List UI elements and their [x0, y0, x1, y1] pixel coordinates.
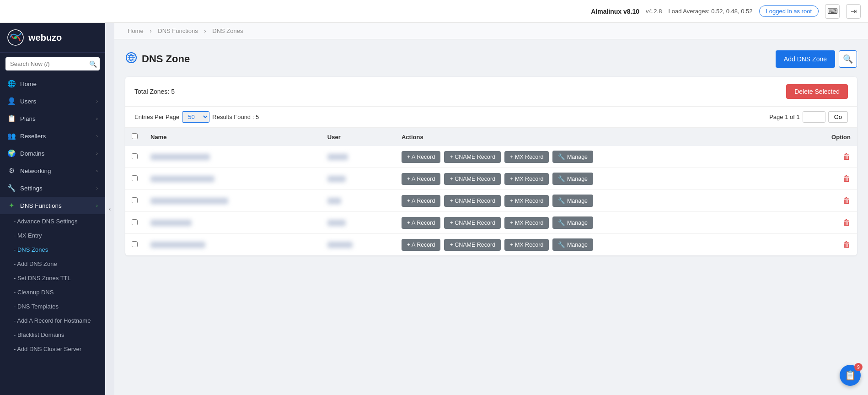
- delete-icon[interactable]: 🗑: [843, 174, 851, 183]
- delete-icon[interactable]: 🗑: [843, 196, 851, 205]
- search-input[interactable]: [5, 57, 100, 70]
- mx-record-button[interactable]: + MX Record: [504, 195, 549, 207]
- webuzo-logo-icon: [7, 29, 24, 46]
- row-checkbox[interactable]: [132, 219, 138, 225]
- subnav-add-dns-cluster[interactable]: - Add DNS Cluster Server: [0, 342, 105, 356]
- chevron-right-icon: ›: [96, 98, 98, 104]
- sidebar-logo: webuzo: [0, 23, 105, 53]
- sidebar-item-settings[interactable]: 🔧 Settings ›: [0, 179, 105, 197]
- domain-name: [150, 220, 192, 227]
- search-dns-button[interactable]: 🔍: [839, 50, 857, 68]
- a-record-button[interactable]: + A Record: [402, 151, 441, 163]
- manage-button[interactable]: 🔧 Manage: [552, 216, 593, 229]
- delete-selected-button[interactable]: Delete Selected: [786, 84, 848, 99]
- row-option-cell: 🗑: [794, 212, 857, 234]
- row-checkbox[interactable]: [132, 241, 138, 247]
- row-name-cell: [144, 212, 321, 234]
- topbar-load: Load Averages: 0.52, 0.48, 0.52: [668, 8, 752, 15]
- a-record-button[interactable]: + A Record: [402, 195, 441, 207]
- sidebar-collapse-button[interactable]: ‹: [105, 23, 114, 395]
- domains-icon: 🌍: [7, 149, 16, 157]
- sidebar-item-users[interactable]: 👤 Users ›: [0, 92, 105, 110]
- subnav-blacklist-domains[interactable]: - Blacklist Domains: [0, 328, 105, 342]
- manage-button[interactable]: 🔧 Manage: [552, 195, 593, 207]
- chevron-right-icon: ›: [96, 203, 98, 208]
- sidebar-search: 🔍: [0, 53, 105, 75]
- add-dns-zone-button[interactable]: Add DNS Zone: [776, 50, 835, 68]
- sidebar-item-networking[interactable]: ⚙ Networking ›: [0, 162, 105, 179]
- breadcrumb-sep: ›: [150, 27, 153, 34]
- entries-per-page: Entries Per Page 50 25 100 Results Found…: [134, 111, 259, 123]
- cname-record-button[interactable]: + CNAME Record: [444, 195, 501, 207]
- table-row: + A Record + CNAME Record + MX Record 🔧 …: [125, 168, 857, 190]
- chevron-right-icon: ›: [96, 151, 98, 156]
- layout: webuzo 🔍 🌐 Home 👤 Users › 📋 Plans ›: [0, 23, 868, 395]
- topbar: Almalinux v8.10 v4.2.8 Load Averages: 0.…: [0, 0, 868, 23]
- table-row: + A Record + CNAME Record + MX Record 🔧 …: [125, 146, 857, 168]
- row-checkbox[interactable]: [132, 197, 138, 203]
- row-checkbox[interactable]: [132, 153, 138, 159]
- mx-record-button[interactable]: + MX Record: [504, 173, 549, 185]
- select-all-checkbox[interactable]: [132, 133, 138, 139]
- subnav-add-dns-zone[interactable]: - Add DNS Zone: [0, 257, 105, 271]
- svg-point-1: [14, 36, 17, 39]
- subnav-cleanup-dns[interactable]: - Cleanup DNS: [0, 285, 105, 299]
- breadcrumb-dns-functions[interactable]: DNS Functions: [158, 27, 198, 34]
- action-buttons: + A Record + CNAME Record + MX Record 🔧 …: [402, 216, 788, 229]
- user-text: [327, 220, 346, 226]
- sidebar-item-label: Plans: [20, 115, 91, 122]
- sidebar-item-dns-functions[interactable]: ✦ DNS Functions ›: [0, 197, 105, 214]
- row-checkbox[interactable]: [132, 175, 138, 181]
- mx-record-button[interactable]: + MX Record: [504, 217, 549, 229]
- notification-fab[interactable]: 📋 9: [840, 365, 861, 386]
- user-text: [327, 154, 348, 160]
- cname-record-button[interactable]: + CNAME Record: [444, 173, 501, 185]
- manage-button[interactable]: 🔧 Manage: [552, 151, 593, 163]
- logout-icon[interactable]: ⇥: [846, 4, 861, 19]
- table-row: + A Record + CNAME Record + MX Record 🔧 …: [125, 190, 857, 212]
- table-toolbar: Total Zones: 5 Delete Selected: [125, 77, 857, 107]
- page-nav: Page 1 of 1 Go: [769, 111, 848, 123]
- search-submit-button[interactable]: 🔍: [89, 60, 97, 68]
- sidebar-item-domains[interactable]: 🌍 Domains ›: [0, 145, 105, 162]
- sidebar-item-home[interactable]: 🌐 Home: [0, 75, 105, 92]
- content-area: DNS Zone Add DNS Zone 🔍 Total Zones: 5 D…: [114, 39, 868, 395]
- sidebar-item-plans[interactable]: 📋 Plans ›: [0, 110, 105, 127]
- terminal-icon[interactable]: ⌨: [825, 4, 840, 19]
- manage-button[interactable]: 🔧 Manage: [552, 173, 593, 185]
- delete-icon[interactable]: 🗑: [843, 218, 851, 227]
- entries-select[interactable]: 50 25 100: [182, 111, 209, 123]
- chevron-right-icon: ›: [96, 168, 98, 173]
- cname-record-button[interactable]: + CNAME Record: [444, 217, 501, 229]
- cname-record-button[interactable]: + CNAME Record: [444, 151, 501, 163]
- subnav-set-dns-ttl[interactable]: - Set DNS Zones TTL: [0, 271, 105, 285]
- subnav-dns-zones[interactable]: - DNS Zones: [0, 243, 105, 257]
- chevron-right-icon: ›: [96, 185, 98, 191]
- mx-record-button[interactable]: + MX Record: [504, 151, 549, 163]
- row-checkbox-cell: [125, 146, 144, 168]
- sidebar-item-resellers[interactable]: 👥 Resellers ›: [0, 127, 105, 145]
- subnav-mx-entry[interactable]: - MX Entry: [0, 228, 105, 243]
- topbar-login-button[interactable]: Logged in as root: [759, 5, 819, 17]
- subnav-advance-dns[interactable]: - Advance DNS Settings: [0, 214, 105, 228]
- mx-record-button[interactable]: + MX Record: [504, 239, 549, 251]
- row-option-cell: 🗑: [794, 234, 857, 256]
- subnav-add-a-record[interactable]: - Add A Record for Hostname: [0, 314, 105, 328]
- delete-icon[interactable]: 🗑: [843, 240, 851, 249]
- a-record-button[interactable]: + A Record: [402, 173, 441, 185]
- delete-icon[interactable]: 🗑: [843, 152, 851, 161]
- cname-record-button[interactable]: + CNAME Record: [444, 239, 501, 251]
- a-record-button[interactable]: + A Record: [402, 217, 441, 229]
- sidebar-item-label: Settings: [20, 185, 91, 192]
- dns-zones-table: Name User Actions Option: [125, 128, 857, 255]
- breadcrumb-home[interactable]: Home: [128, 27, 144, 34]
- a-record-button[interactable]: + A Record: [402, 239, 441, 251]
- sidebar: webuzo 🔍 🌐 Home 👤 Users › 📋 Plans ›: [0, 23, 105, 395]
- user-text: [327, 198, 341, 204]
- page-input[interactable]: [803, 111, 825, 123]
- subnav-dns-templates[interactable]: - DNS Templates: [0, 299, 105, 314]
- page-title-text: DNS Zone: [142, 53, 190, 65]
- row-user-cell: [321, 234, 395, 256]
- manage-button[interactable]: 🔧 Manage: [552, 238, 593, 251]
- go-button[interactable]: Go: [828, 111, 848, 123]
